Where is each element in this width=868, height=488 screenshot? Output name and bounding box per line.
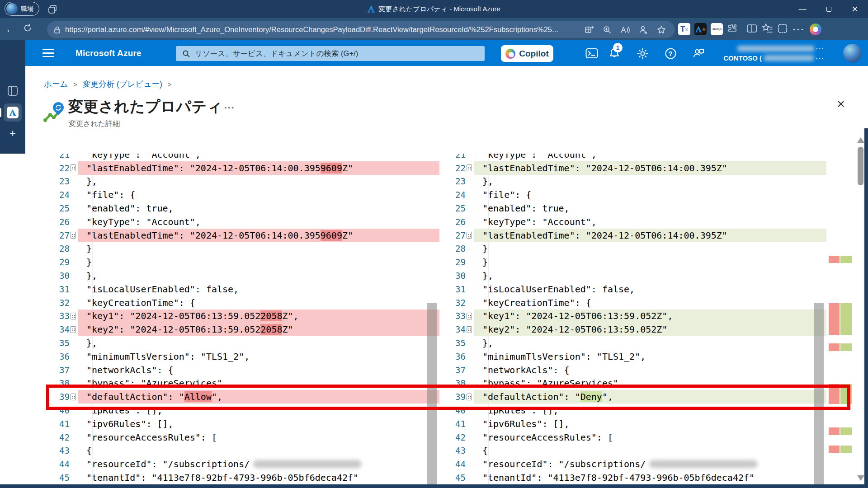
diff-row: 26 "keyType": "Account", [47, 215, 439, 229]
copilot-sidebar-icon[interactable] [810, 23, 821, 35]
sidebar-active-tab[interactable] [4, 103, 22, 122]
restore-button[interactable] [816, 0, 842, 18]
settings-menu-icon[interactable]: ··· [792, 24, 806, 35]
code-line: "keyCreationTime": { [474, 296, 826, 310]
diff-pane-new: 21 "keyType": "Account",22 "lastEnabledT… [443, 154, 826, 484]
azure-extension-icon[interactable]: + [694, 23, 707, 35]
line-number: 21 [47, 154, 70, 160]
account-info[interactable]: ··· CONTOSO ( ··· [723, 44, 825, 62]
diff-row: 23 }, [443, 175, 826, 188]
line-number: 34 [443, 324, 466, 334]
ruler-added-marker [840, 446, 852, 453]
line-number: 23 [47, 176, 70, 186]
diff-row: 30 }, [443, 269, 826, 282]
line-number: 34 [47, 324, 70, 334]
copilot-button[interactable]: Copilot [501, 45, 553, 62]
diff-pane-old: 21 "keyType": "Account",22 "lastEnabledT… [47, 154, 439, 484]
split-screen-icon[interactable] [746, 23, 757, 35]
line-number: 36 [47, 352, 70, 361]
ruler-removed-marker [829, 303, 840, 335]
line-number: 44 [443, 459, 466, 469]
azure-brand[interactable]: Microsoft Azure [75, 48, 142, 58]
read-aloud-icon[interactable] [616, 25, 634, 34]
help-icon[interactable]: ? [664, 47, 677, 60]
code-line: "ipv6Rules": [], [474, 417, 826, 431]
diff-row: 37 "networkAcls": { [47, 363, 439, 377]
code-line: }, [474, 269, 826, 282]
blade-context-menu[interactable]: ... [224, 100, 235, 111]
line-number: 25 [47, 203, 70, 213]
collections-add-icon[interactable] [580, 25, 598, 34]
diff-row: 34 "key2": "2024-12-05T06:13:59.052Z" [443, 323, 826, 336]
favorites-bar-icon[interactable] [761, 23, 773, 36]
diff-row: 30 }, [47, 269, 439, 282]
line-number: 42 [443, 432, 466, 442]
cloud-shell-icon[interactable] [585, 47, 599, 60]
diff-row: 32 "keyCreationTime": { [443, 296, 826, 310]
page-scrollbar-thumb[interactable] [858, 147, 863, 185]
scroll-down-arrow[interactable] [857, 475, 864, 481]
page-subtitle: 変更された詳細 [69, 119, 120, 129]
notification-badge: 1 [613, 43, 623, 52]
jump-extension-icon[interactable]: Jump [711, 23, 723, 35]
line-number: 32 [47, 298, 70, 308]
code-line: "resourceAccessRules": [ [474, 431, 826, 444]
portal-search-input[interactable]: リソース、サービス、ドキュメントの検索 (G+/) [176, 46, 485, 61]
line-number: 42 [47, 432, 70, 442]
diff-row: 31 "isLocalUserEnabled": false, [443, 282, 826, 296]
extensions-puzzle-icon[interactable] [727, 23, 738, 36]
window-bottom-edge [0, 484, 868, 488]
diff-row: 33 "key1": "2024-12-05T06:13:59.0522058Z… [47, 310, 439, 323]
breadcrumb: ホーム > 変更分析 (プレビュー) > [44, 79, 172, 89]
url-text[interactable]: https://portal.azure.com/#view/Microsoft… [65, 25, 580, 34]
close-button[interactable]: × [842, 0, 868, 18]
line-number: 32 [443, 298, 466, 308]
back-button[interactable]: ← [2, 24, 19, 35]
zoom-icon[interactable] [598, 25, 616, 34]
line-number: 24 [443, 190, 466, 200]
code-line: }, [474, 336, 826, 350]
line-number: 23 [443, 176, 466, 186]
account-directory: CONTOSO ( ··· [723, 54, 825, 62]
breadcrumb-home-link[interactable]: ホーム [44, 79, 68, 89]
search-icon [182, 50, 190, 58]
minimize-button[interactable]: — [789, 0, 816, 18]
code-line: "keyType": "Account", [474, 154, 826, 161]
address-bar[interactable]: https://portal.azure.com/#view/Microsoft… [47, 21, 675, 38]
diff-row: 25 "enabled": true, [443, 202, 826, 215]
web-capture-icon[interactable] [777, 23, 788, 36]
code-line: }, [78, 336, 439, 350]
diff-row: 41 "ipv6Rules": [], [443, 417, 826, 431]
code-line: "key2": "2024-12-05T06:13:59.052Z" [474, 323, 826, 336]
scroll-up-arrow[interactable] [857, 137, 864, 143]
line-number: 44 [47, 459, 70, 469]
breadcrumb-section-link[interactable]: 変更分析 (プレビュー) [83, 79, 162, 89]
blade-close-button[interactable]: × [833, 96, 849, 112]
line-number: 43 [47, 446, 70, 455]
diff-row: 42 "resourceAccessRules": [ [443, 431, 826, 444]
account-email-redacted: ··· [723, 44, 825, 52]
diff-row: 41 "ipv6Rules": [], [47, 417, 439, 431]
code-line: { [78, 444, 439, 458]
inline-diff-segment: 2058 [260, 324, 282, 335]
diff-row: 29 } [443, 255, 826, 269]
refresh-button[interactable] [19, 23, 36, 35]
portal-menu-icon[interactable] [42, 47, 54, 60]
code-line: "key1": "2024-12-05T06:13:59.052Z", [474, 310, 826, 323]
diff-row: 28 } [443, 242, 826, 256]
inline-diff-segment: 9609 [321, 163, 342, 174]
code-line: { [474, 444, 826, 458]
favorite-star-icon[interactable] [652, 25, 670, 34]
settings-gear-icon[interactable] [636, 47, 649, 60]
profile-switch-icon[interactable] [634, 25, 652, 34]
tab-actions-icon[interactable] [6, 84, 19, 99]
feedback-icon[interactable] [692, 47, 705, 60]
code-line: "keyType": "Account", [78, 215, 439, 229]
code-line: "keyType": "Account", [78, 154, 439, 161]
translator-extension-icon[interactable]: Tx [678, 23, 690, 35]
new-tab-icon[interactable]: + [6, 127, 19, 140]
user-avatar[interactable] [843, 44, 862, 62]
code-line: "resourceId": "/subscriptions/ [474, 457, 826, 471]
code-line: "lastEnabledTime": "2024-12-05T06:14:00.… [474, 161, 826, 175]
diff-row: 31 "isLocalUserEnabled": false, [47, 282, 439, 296]
